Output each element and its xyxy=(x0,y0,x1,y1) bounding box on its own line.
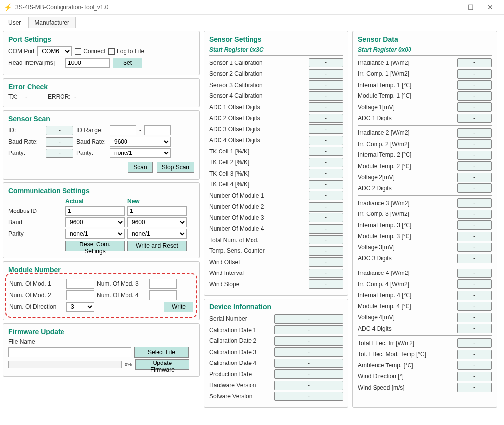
module-write-button[interactable]: Write xyxy=(164,302,193,312)
mod3-label: Num. Of Mod. 3 xyxy=(97,280,146,287)
modbus-new[interactable] xyxy=(127,206,187,216)
mod2-input[interactable] xyxy=(66,290,94,300)
id-range-from[interactable] xyxy=(110,125,136,135)
mod3-input[interactable] xyxy=(149,279,177,289)
sensor-setting-value: - xyxy=(309,114,343,123)
scan-parity-select[interactable]: none/1 xyxy=(110,148,171,158)
sensor-setting-row: Sensor 1 Calibration- xyxy=(209,58,343,68)
sensor-data-row: Tot. Effec. Mod. Temp [°C]- xyxy=(358,349,492,360)
app-icon: ⚡ xyxy=(4,3,12,11)
log-to-file-checkbox[interactable]: Log to File xyxy=(108,48,144,55)
sensor-data-label: ADC 3 Digits xyxy=(358,255,392,262)
sensor-setting-value: - xyxy=(309,58,343,67)
sensor-data-label: Module Temp. 3 [°C] xyxy=(358,233,411,240)
close-button[interactable]: ✕ xyxy=(480,3,500,11)
maximize-button[interactable]: ☐ xyxy=(461,3,480,11)
tab-user[interactable]: User xyxy=(2,17,27,28)
sensor-data-row: ADC 4 Digits- xyxy=(358,323,492,334)
sensor-setting-row: Total Num. of Mod.- xyxy=(209,235,343,245)
sensor-data-row: Internal Temp. 3 [°C]- xyxy=(358,220,492,230)
com-port-select[interactable]: COM6 xyxy=(37,46,72,56)
sensor-setting-value: - xyxy=(309,191,343,200)
sensor-data-row: Irradiance 1 [W/m2]- xyxy=(358,58,492,68)
baud-new[interactable]: 9600 xyxy=(127,217,187,227)
read-interval-input[interactable] xyxy=(65,58,110,68)
titlebar: ⚡ 3S-4IS-MB-Configuration-Tool_v1.0 — ☐ … xyxy=(0,0,504,15)
filename-label: File Name xyxy=(8,338,35,345)
module-number-title: Module Number xyxy=(8,266,194,273)
sensor-data-row: Irradiance 3 [W/m2]- xyxy=(358,198,492,208)
sensor-setting-value: - xyxy=(309,202,343,212)
direction-select[interactable]: 3 xyxy=(66,302,94,312)
id-range-to[interactable] xyxy=(144,125,171,135)
sensor-settings-panel: Sensor Settings Start Register 0x3C Sens… xyxy=(204,31,348,296)
modbus-actual[interactable] xyxy=(65,206,125,216)
sensor-data-row: Wind Direction [°]- xyxy=(358,371,492,382)
sensor-data-value: - xyxy=(457,58,492,67)
module-number-panel: Module Number Num. Of Mod. 1 Num. Of Mod… xyxy=(3,261,200,320)
comm-title: Communication Settings xyxy=(8,187,194,195)
device-info-value: - xyxy=(274,359,343,368)
sensor-setting-row: ADC 4 Offset Digits- xyxy=(209,135,343,146)
reset-com-button[interactable]: Reset Com. Settings xyxy=(65,241,125,251)
sensor-data-row: Voltage 3[mV]- xyxy=(358,242,492,252)
device-info-value: - xyxy=(274,336,343,346)
id-range-label: ID Range: xyxy=(76,127,107,134)
sensor-data-row: ADC 3 Digits- xyxy=(358,253,492,264)
sensor-data-row: Irr. Comp. 4 [W/m2]- xyxy=(358,279,492,289)
parity-new[interactable]: none/1 xyxy=(127,229,187,239)
error-value: - xyxy=(74,93,76,100)
port-settings-panel: Port Settings COM Port COM6 Connect Log … xyxy=(3,31,200,75)
sensor-setting-value: - xyxy=(309,147,343,156)
sensor-setting-row: TK Cell 1 [%/K]- xyxy=(209,146,343,156)
sensor-setting-value: - xyxy=(309,158,343,167)
device-info-label: Serial Number xyxy=(209,315,247,322)
mod1-input[interactable] xyxy=(66,279,94,289)
parity-actual[interactable]: none/1 xyxy=(65,229,125,239)
sensor-data-value: - xyxy=(457,383,492,392)
sensor-data-label: ADC 4 Digits xyxy=(358,325,392,332)
sensor-data-label: Irradiance 3 [W/m2] xyxy=(358,200,410,207)
baud-actual[interactable]: 9600 xyxy=(65,217,125,227)
device-info-row: Calibration Date 1- xyxy=(209,325,343,335)
sensor-data-value: - xyxy=(457,198,492,208)
sensor-setting-row: ADC 2 Offset Digits- xyxy=(209,113,343,123)
sensor-data-label: Voltage 4[mV] xyxy=(358,314,395,321)
device-info-label: Calibration Date 1 xyxy=(209,327,256,334)
sensor-data-panel: Sensor Data Start Register 0x00 Irradian… xyxy=(352,31,497,408)
sensor-data-row: Internal Temp. 4 [°C]- xyxy=(358,290,492,301)
device-info-value: - xyxy=(274,347,343,357)
scan-baud-select[interactable]: 9600 xyxy=(110,137,171,147)
update-firmware-button[interactable]: Update Firmware xyxy=(135,359,189,370)
filename-input[interactable] xyxy=(8,347,131,357)
port-settings-title: Port Settings xyxy=(8,35,194,43)
sensor-data-row: Voltage 1[mV]- xyxy=(358,102,492,112)
sensor-data-row: Module Temp. 3 [°C]- xyxy=(358,231,492,242)
device-info-row: Sofware Version- xyxy=(209,391,343,401)
select-file-button[interactable]: Select File xyxy=(134,347,189,358)
error-check-title: Error Check xyxy=(8,83,194,91)
set-button[interactable]: Set xyxy=(113,58,142,68)
progress-percent: 0% xyxy=(125,362,132,367)
scan-baudrate-label: Baud Rate: xyxy=(76,138,107,145)
sensor-data-value: - xyxy=(457,269,492,278)
sensor-setting-row: Sensor 3 Calibration- xyxy=(209,80,343,90)
actual-header: Actual xyxy=(65,198,125,205)
scan-baud-value: - xyxy=(46,137,73,147)
mod4-input[interactable] xyxy=(149,290,177,300)
sensor-setting-row: Wind Slope- xyxy=(209,279,343,289)
scan-id-value: - xyxy=(46,126,73,135)
sensor-setting-label: TK Cell 2 [%/K] xyxy=(209,159,249,166)
sensor-setting-row: Sensor 4 Calibration- xyxy=(209,91,343,101)
sensor-data-value: - xyxy=(457,338,492,348)
sensor-setting-label: Number Of Module 1 xyxy=(209,192,264,199)
stop-scan-button[interactable]: Stop Scan xyxy=(157,162,194,173)
tab-manufacturer[interactable]: Manufacturer xyxy=(28,17,76,28)
sensor-data-row: Ambience Temp. [°C]- xyxy=(358,360,492,370)
sensor-setting-row: Wind Offset- xyxy=(209,257,343,267)
connect-checkbox[interactable]: Connect xyxy=(75,48,105,55)
write-reset-button[interactable]: Write and Reset xyxy=(127,241,187,251)
minimize-button[interactable]: — xyxy=(441,3,461,11)
scan-id-label: ID: xyxy=(8,127,43,134)
scan-button[interactable]: Scan xyxy=(128,162,152,173)
